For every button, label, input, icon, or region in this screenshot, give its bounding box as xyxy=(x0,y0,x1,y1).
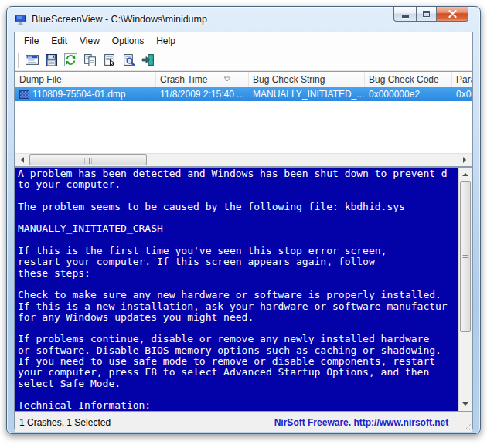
toolbar-gripper xyxy=(18,53,19,68)
close-icon xyxy=(448,10,457,18)
client-area: File Edit View Options Help xyxy=(14,32,473,429)
horizontal-scroll-thumb[interactable] xyxy=(29,154,147,165)
bug-check-code-cell: 0x000000e2 xyxy=(365,89,452,100)
column-header-crash-time[interactable]: Crash Time xyxy=(156,72,249,87)
scroll-left-arrow[interactable] xyxy=(15,154,29,166)
nirsoft-link[interactable]: NirSoft Freeware. http://www.nirsoft.net xyxy=(250,417,472,428)
menu-file[interactable]: File xyxy=(18,34,45,48)
save-icon[interactable] xyxy=(43,51,60,69)
bug-check-string-cell: MANUALLY_INITIATED_... xyxy=(249,89,365,100)
exit-icon[interactable] xyxy=(139,51,157,69)
parameter1-cell: 0x00 xyxy=(452,89,472,100)
minidump-file-icon xyxy=(19,90,29,99)
menu-help[interactable]: Help xyxy=(150,34,182,48)
status-count: 1 Crashes, 1 Selected xyxy=(15,412,250,432)
dump-file-cell: 110809-75504-01.dmp xyxy=(15,89,156,100)
crash-time-cell: 11/8/2009 2:15:40 ... xyxy=(156,89,249,100)
vertical-scrollbar[interactable] xyxy=(458,168,472,411)
menu-options[interactable]: Options xyxy=(106,34,150,48)
titlebar[interactable]: BlueScreenView - C:\Windows\minidump xyxy=(7,7,480,32)
bsod-preview-pane: A problem has been detected and Windows … xyxy=(15,167,472,412)
find-icon[interactable] xyxy=(120,51,138,69)
minimize-button[interactable] xyxy=(393,7,416,22)
scroll-up-arrow[interactable] xyxy=(459,168,472,181)
app-window: BlueScreenView - C:\Windows\minidump Fil… xyxy=(6,6,481,434)
column-header-parameter1[interactable]: Parameter 1 xyxy=(452,72,472,87)
menu-edit[interactable]: Edit xyxy=(45,34,73,48)
vertical-scroll-thumb[interactable] xyxy=(460,181,471,332)
properties-icon[interactable] xyxy=(100,51,118,69)
column-header-dump-file[interactable]: Dump File xyxy=(15,72,156,87)
column-header-bug-check-code[interactable]: Bug Check Code xyxy=(365,72,452,87)
app-icon xyxy=(15,13,27,25)
window-controls xyxy=(393,7,468,22)
bsod-text: A problem has been detected and Windows … xyxy=(15,168,461,412)
window-title: BlueScreenView - C:\Windows\minidump xyxy=(32,14,207,25)
scroll-right-arrow[interactable] xyxy=(458,154,472,166)
copy-icon[interactable] xyxy=(81,51,99,69)
minimize-icon xyxy=(402,15,409,18)
crash-row[interactable]: 110809-75504-01.dmp 11/8/2009 2:15:40 ..… xyxy=(15,87,472,101)
close-button[interactable] xyxy=(437,7,468,22)
menu-view[interactable]: View xyxy=(73,34,106,48)
maximize-icon xyxy=(423,11,430,17)
horizontal-scrollbar[interactable] xyxy=(15,153,472,166)
advanced-options-icon[interactable] xyxy=(23,51,41,69)
crash-list-pane: Dump File Crash Time Bug Check String Bu… xyxy=(15,71,472,167)
column-header-bug-check-string[interactable]: Bug Check String xyxy=(249,72,365,87)
list-header: Dump File Crash Time Bug Check String Bu… xyxy=(15,72,472,87)
sort-descending-icon xyxy=(223,76,231,82)
toolbar xyxy=(15,49,472,71)
scroll-down-arrow[interactable] xyxy=(459,398,472,411)
statusbar: 1 Crashes, 1 Selected NirSoft Freeware. … xyxy=(15,412,472,432)
menubar: File Edit View Options Help xyxy=(15,32,472,49)
maximize-button[interactable] xyxy=(416,7,437,22)
refresh-icon[interactable] xyxy=(62,51,80,69)
